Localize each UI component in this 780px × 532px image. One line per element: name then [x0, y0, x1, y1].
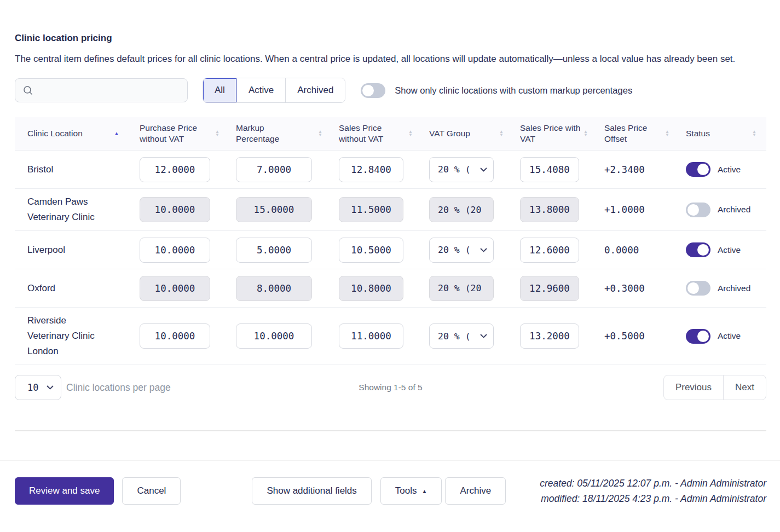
sort-ascending-icon[interactable]: ▲	[114, 131, 119, 136]
sales-price-with-vat-input[interactable]	[520, 238, 579, 263]
sales-price-with-vat-input	[520, 197, 579, 222]
vat-group-cell: 20 % (20	[429, 276, 520, 301]
column-header-sales-price-without-vat[interactable]: Sales Price without VAT▲▼	[339, 123, 429, 144]
sales-price-with-vat-cell	[520, 323, 604, 349]
sales-price-with-vat-input[interactable]	[520, 323, 579, 349]
sales-price-with-vat-input[interactable]	[520, 157, 579, 182]
sort-icon[interactable]: ▲▼	[665, 130, 669, 137]
markup-percentage-input[interactable]	[236, 238, 312, 263]
purchase-price-cell	[140, 323, 236, 349]
vat-group-select: 20 % (20	[429, 276, 494, 301]
clinic-pricing-table: Clinic Location▲Purchase Price without V…	[15, 117, 766, 365]
page-size-label: Clinic locations per page	[66, 382, 171, 394]
search-box[interactable]	[15, 78, 188, 102]
sort-icon[interactable]: ▲▼	[499, 130, 504, 137]
tab-archived[interactable]: Archived	[286, 78, 345, 102]
sales-price-with-vat-cell	[520, 276, 604, 301]
table-row: Oxford20 % (20+0.3000Archived	[15, 269, 766, 308]
vat-group-select[interactable]: 20 % (	[429, 157, 494, 182]
sales-price-cell	[339, 323, 429, 349]
sales-price-offset: +0.3000	[604, 283, 686, 294]
purchase-price-input	[140, 197, 210, 222]
vat-group-select[interactable]: 20 % (	[429, 238, 494, 263]
search-icon	[23, 85, 33, 95]
cancel-button[interactable]: Cancel	[122, 477, 181, 505]
archive-button[interactable]: Archive	[445, 477, 506, 505]
markup-percentage-input	[236, 276, 312, 301]
page-size-value: 10	[27, 382, 38, 393]
sales-price-input[interactable]	[339, 323, 403, 349]
sort-icon[interactable]: ▲▼	[408, 130, 413, 137]
status-toggle[interactable]	[686, 242, 710, 257]
review-and-save-button[interactable]: Review and save	[15, 477, 114, 505]
showing-status: Showing 1-5 of 5	[359, 383, 422, 392]
clinic-location-name: Camden Paws Veterinary Clinic	[27, 194, 109, 225]
toggle-knob	[697, 331, 709, 342]
sales-price-with-vat-input	[520, 276, 579, 301]
vat-group-value: 20 % (20	[438, 205, 481, 215]
column-header-markup-percentage[interactable]: Markup Percentage▲▼	[236, 123, 339, 144]
sales-price-offset: +1.0000	[604, 204, 686, 215]
vat-group-select[interactable]: 20 % (	[429, 323, 494, 349]
sales-price-input[interactable]	[339, 238, 403, 263]
chevron-down-icon	[47, 385, 54, 390]
column-header-clinic-location[interactable]: Clinic Location▲	[15, 128, 140, 139]
clinic-location-cell: Bristol	[15, 162, 140, 177]
sort-icon[interactable]: ▲▼	[752, 130, 756, 137]
table-body: Bristol20 % (+2.3400ActiveCamden Paws Ve…	[15, 151, 766, 365]
column-label: Purchase Price without VAT	[140, 123, 204, 144]
vat-group-value: 20 % (	[438, 164, 471, 175]
search-input[interactable]	[38, 85, 187, 95]
clinic-pricing-page: Clinic location pricing The central item…	[0, 0, 780, 506]
purchase-price-input[interactable]	[140, 157, 210, 182]
vat-group-cell: 20 % (	[429, 323, 520, 349]
column-header-status[interactable]: Status▲▼	[686, 128, 766, 139]
purchase-price-cell	[140, 276, 236, 301]
clinic-location-cell: Riverside Veterinary Clinic London	[15, 313, 140, 359]
status-toggle[interactable]	[686, 329, 710, 344]
custom-markup-toggle[interactable]	[361, 83, 385, 98]
previous-page-button[interactable]: Previous	[663, 375, 724, 400]
vat-group-select: 20 % (20	[429, 197, 494, 222]
table-row: Riverside Veterinary Clinic London20 % (…	[15, 308, 766, 365]
caret-up-icon: ▲	[422, 488, 427, 494]
markup-percentage-cell	[236, 197, 339, 222]
purchase-price-input[interactable]	[140, 323, 210, 349]
markup-percentage-cell	[236, 323, 339, 349]
markup-percentage-input[interactable]	[236, 157, 312, 182]
sort-icon[interactable]: ▲▼	[318, 130, 322, 137]
status-toggle[interactable]	[686, 162, 710, 177]
toggle-knob	[687, 204, 699, 216]
page-size-select[interactable]: 10	[15, 375, 61, 400]
tab-all[interactable]: All	[203, 78, 237, 102]
status-cell: Archived	[686, 203, 766, 217]
next-page-button[interactable]: Next	[723, 375, 766, 400]
markup-percentage-cell	[236, 276, 339, 301]
column-header-sales-price-offset[interactable]: Sales Price Offset▲▼	[604, 123, 686, 144]
table-row: Liverpool20 % (0.0000Active	[15, 231, 766, 269]
sales-price-offset: +2.3400	[604, 164, 686, 175]
purchase-price-cell	[140, 157, 236, 182]
column-header-purchase-price-without-vat[interactable]: Purchase Price without VAT▲▼	[140, 123, 236, 144]
status-toggle[interactable]	[686, 281, 710, 296]
clinic-location-name: Bristol	[27, 162, 53, 177]
status-label: Active	[718, 165, 741, 175]
column-header-sales-price-with-vat[interactable]: Sales Price with VAT▲▼	[520, 123, 604, 144]
column-header-vat-group[interactable]: VAT Group▲▼	[429, 128, 520, 139]
column-label: Sales Price with VAT	[520, 123, 583, 144]
sort-icon[interactable]: ▲▼	[583, 130, 588, 137]
show-additional-fields-button[interactable]: Show additional fields	[252, 477, 371, 505]
sales-price-input[interactable]	[339, 157, 403, 182]
sales-price-cell	[339, 238, 429, 263]
status-label: Archived	[718, 284, 750, 293]
tab-active[interactable]: Active	[237, 78, 286, 102]
sales-price-input	[339, 276, 403, 301]
tools-button[interactable]: Tools ▲	[380, 477, 442, 505]
vat-group-value: 20 % (20	[438, 283, 481, 293]
purchase-price-input[interactable]	[140, 238, 210, 263]
markup-percentage-input[interactable]	[236, 323, 312, 349]
sort-icon[interactable]: ▲▼	[215, 130, 219, 137]
status-toggle[interactable]	[686, 203, 710, 217]
sales-price-cell	[339, 197, 429, 222]
toggle-knob	[687, 282, 699, 294]
